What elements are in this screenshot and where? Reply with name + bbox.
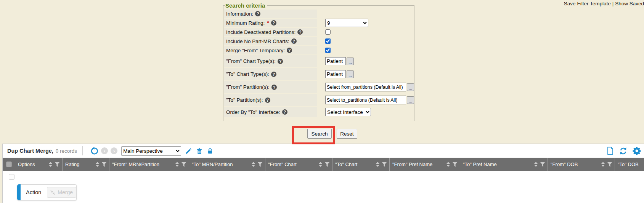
help-icon[interactable]: ? xyxy=(282,109,287,115)
column-header-rating[interactable]: Rating xyxy=(63,158,109,171)
merge-from-temporary-checkbox[interactable] xyxy=(325,48,331,53)
sort-icon[interactable] xyxy=(601,162,605,167)
row-checkbox[interactable] xyxy=(9,174,14,180)
column-header-options[interactable]: Options xyxy=(15,158,63,171)
form-row-to-chart-types: "To" Chart Type(s): ? ... xyxy=(224,68,414,80)
next-page-icon[interactable]: › xyxy=(111,147,117,154)
undo-icon[interactable] xyxy=(90,147,98,155)
form-row-minimum-rating: Minimum Rating: * ? 9 xyxy=(224,19,414,27)
column-header-to-mrn-partition[interactable]: "To" MRN/Partition xyxy=(189,158,265,171)
save-filter-template-link[interactable]: Save Filter Template xyxy=(564,1,611,6)
from-partitions-label: "From" Partition(s): ? xyxy=(224,81,317,93)
help-icon[interactable]: ? xyxy=(271,72,276,77)
action-panel-accent-bar xyxy=(17,184,21,200)
select-all-checkbox[interactable] xyxy=(6,161,12,167)
filter-icon[interactable] xyxy=(382,162,387,167)
order-by-to-interface-select[interactable]: Select Interface xyxy=(325,108,371,116)
previous-page-icon[interactable]: ‹ xyxy=(101,147,108,154)
filter-icon[interactable] xyxy=(540,162,545,167)
merge-button[interactable]: Merge xyxy=(47,187,76,198)
show-saved-link[interactable]: Show Saved xyxy=(615,1,644,6)
filter-template-links: Save Filter Template|Show Saved xyxy=(564,1,644,6)
include-no-part-mr-charts-checkbox[interactable] xyxy=(325,38,331,44)
lock-perspective-icon[interactable] xyxy=(207,147,214,155)
sort-icon[interactable] xyxy=(319,162,322,167)
merge-icon xyxy=(50,190,55,195)
help-icon[interactable]: ? xyxy=(297,29,303,35)
edit-perspective-pencil-icon[interactable] xyxy=(185,147,192,155)
form-row-merge-from-temporary: Merge "From" Temporary: ? xyxy=(224,46,414,54)
grid-title: Dup Chart Merge, xyxy=(7,148,53,154)
from-chart-types-input[interactable] xyxy=(325,57,346,65)
form-row-order-by-to-interface: Order By "To" Interface: ? Select Interf… xyxy=(224,107,414,117)
help-icon[interactable]: ? xyxy=(287,48,292,53)
minimum-rating-label: Minimum Rating: * ? xyxy=(224,19,317,27)
to-partitions-input[interactable] xyxy=(325,96,406,104)
grid-toolbar: Dup Chart Merge, 0 records ‹ › Main Pers… xyxy=(3,144,644,158)
column-header-from-dob[interactable]: "From" DOB xyxy=(548,158,615,171)
from-partitions-picker-button[interactable]: ... xyxy=(407,83,414,91)
help-icon[interactable]: ? xyxy=(278,59,283,64)
sort-icon[interactable] xyxy=(49,162,52,167)
form-buttons-row: Search Reset xyxy=(307,129,357,139)
column-label: "To" Chart xyxy=(335,161,357,167)
sort-icon[interactable] xyxy=(534,162,538,167)
search-criteria-legend: Search criteria xyxy=(225,2,267,9)
form-row-from-chart-types: "From" Chart Type(s): ? ... xyxy=(224,55,414,67)
column-header-from-mrn-partition[interactable]: "From" MRN/Partition xyxy=(109,158,189,171)
column-label: "From" Chart xyxy=(268,161,297,167)
field-label-text: Include Deactivated Partitions: xyxy=(226,29,296,35)
filter-icon[interactable] xyxy=(453,162,457,167)
filter-icon[interactable] xyxy=(55,162,59,167)
column-header-to-chart[interactable]: "To" Chart xyxy=(332,158,390,171)
sort-icon[interactable] xyxy=(376,162,379,167)
toolbar-divider xyxy=(82,146,83,155)
help-icon[interactable]: ? xyxy=(291,38,297,44)
grid-record-count: 0 records xyxy=(56,148,77,154)
reset-button[interactable]: Reset xyxy=(337,129,357,139)
filter-icon[interactable] xyxy=(325,162,329,167)
include-deactivated-partitions-checkbox[interactable] xyxy=(325,29,331,35)
filter-icon[interactable] xyxy=(607,162,612,167)
help-icon[interactable]: ? xyxy=(271,85,277,90)
perspective-select[interactable]: Main Perspective xyxy=(121,146,181,156)
filter-icon[interactable] xyxy=(181,162,186,167)
search-criteria-form: Search criteria Information: ? Minimum R… xyxy=(223,2,398,121)
information-label: Information: ? xyxy=(224,10,317,18)
order-by-to-interface-label: Order By "To" Interface: ? xyxy=(224,107,317,117)
column-header-from-chart[interactable]: "From" Chart xyxy=(265,158,332,171)
minimum-rating-select[interactable]: 9 xyxy=(325,19,368,27)
page: { "colors": { "page_background": "#f2edd… xyxy=(0,0,644,203)
column-header-from-pref-name[interactable]: "From" Pref Name xyxy=(390,158,460,171)
from-partitions-input[interactable] xyxy=(325,83,406,91)
filter-icon[interactable] xyxy=(258,162,262,167)
filter-icon[interactable] xyxy=(102,162,106,167)
help-icon[interactable]: ? xyxy=(265,98,270,103)
settings-gear-icon[interactable] xyxy=(633,147,641,155)
sort-icon[interactable] xyxy=(175,162,179,167)
toolbar-right-icons xyxy=(606,147,642,155)
sort-icon[interactable] xyxy=(252,162,255,167)
merge-button-label: Merge xyxy=(58,189,73,195)
help-icon[interactable]: ? xyxy=(255,11,260,16)
to-chart-types-picker-button[interactable]: ... xyxy=(347,70,354,78)
links-divider: | xyxy=(612,1,614,6)
column-label: Rating xyxy=(65,161,80,167)
required-marker: * xyxy=(267,20,269,26)
column-label: "From" Pref Name xyxy=(392,161,432,167)
from-chart-types-picker-button[interactable]: ... xyxy=(347,58,354,65)
to-partitions-picker-button[interactable]: ... xyxy=(407,96,414,104)
search-button[interactable]: Search xyxy=(307,129,332,139)
new-document-icon[interactable] xyxy=(606,147,614,155)
sort-icon[interactable] xyxy=(446,162,450,167)
delete-perspective-trash-icon[interactable] xyxy=(196,147,203,155)
sort-icon[interactable] xyxy=(96,162,99,167)
column-header-to-dob[interactable]: "To" DOB xyxy=(615,158,644,171)
to-chart-types-input[interactable] xyxy=(325,70,346,78)
field-label-text: Include No Part-MR Charts: xyxy=(226,38,289,44)
column-label: "From" DOB xyxy=(551,161,578,167)
column-label: "From" MRN/Partition xyxy=(112,161,159,167)
help-icon[interactable]: ? xyxy=(271,20,276,26)
column-header-to-pref-name[interactable]: "To" Pref Name xyxy=(460,158,548,171)
refresh-icon[interactable] xyxy=(619,147,627,155)
